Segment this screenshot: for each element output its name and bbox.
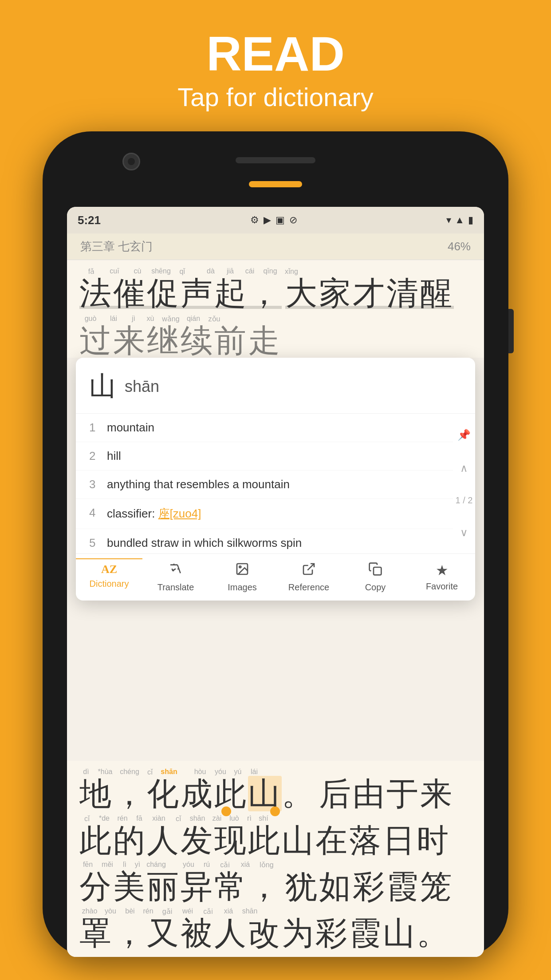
definition-1[interactable]: 1 mountain [76, 414, 453, 442]
status-icons: ⚙ ▶ ▣ ⊘ [250, 214, 297, 226]
definitions-list: 1 mountain 2 hill 3 anything that resemb… [76, 414, 453, 553]
svg-line-2 [307, 564, 314, 570]
chapter-bar: 第三章 七玄门 46% [67, 233, 484, 260]
status-bar: 5:21 ⚙ ▶ ▣ ⊘ ▾ ▲ ▮ [67, 207, 484, 233]
pinyin-line-2: guò lái jì xù wǎng qián zǒu [79, 315, 472, 323]
def-text-1: mountain [107, 421, 440, 435]
hanzi-line-6[interactable]: 罩，又被人改为彩霞山。 [79, 917, 472, 950]
hanzi-line-3[interactable]: 地，化成此山。后由于来 [79, 777, 472, 811]
battery-icon: ▮ [468, 214, 473, 226]
def-text-3: anything that resembles a mountain [107, 478, 440, 491]
wifi-icon: ▾ [446, 214, 451, 226]
settings-icon: ⚙ [250, 214, 259, 226]
translate-icon [169, 562, 183, 580]
header-section: READ Tap for dictionary [177, 0, 374, 131]
page-title: READ [177, 27, 374, 80]
svg-point-1 [239, 566, 241, 568]
def-text-4: classifier: 座[zuo4] [107, 506, 440, 522]
az-icon: AZ [101, 563, 117, 576]
toolbar-dictionary[interactable]: AZ Dictionary [76, 558, 142, 596]
scroll-up-icon[interactable]: ∧ [460, 462, 468, 474]
hanzi-line-4[interactable]: 此的人发现此山在落日时 [79, 824, 472, 858]
signal-icon: ▲ [455, 214, 464, 226]
status-right: ▾ ▲ ▮ [446, 214, 473, 226]
definition-5[interactable]: 5 bundled straw in which silkworms spin [76, 529, 453, 553]
toolbar-favorite-label: Favorite [426, 581, 458, 592]
pinyin-line-1: fǎ cuī cù shēng qǐ dà jiā cái qīng xǐng [79, 267, 472, 276]
pinyin-line-6: zhào yòu bèi rén gǎi wéi cǎi xiá shān [79, 907, 472, 916]
toolbar-copy-label: Copy [365, 582, 386, 593]
phone-speaker [236, 157, 315, 163]
selection-handle-right [270, 806, 280, 816]
toolbar-favorite[interactable]: ★ Favorite [409, 558, 475, 596]
images-icon [235, 562, 249, 580]
play-icon: ▶ [264, 214, 271, 226]
block-icon: ⊘ [289, 214, 297, 226]
pinyin-line-5: fēn měi lì yì cháng yóu rú cǎi xiá lǒng [79, 861, 472, 869]
toolbar-reference-label: Reference [288, 582, 329, 593]
dict-header: 山 shān [76, 358, 475, 414]
dict-character: 山 [89, 368, 116, 404]
toolbar-translate-label: Translate [157, 582, 194, 593]
status-time: 5:21 [78, 213, 101, 227]
toolbar-translate[interactable]: Translate [142, 558, 209, 596]
reading-area-top[interactable]: fǎ cuī cù shēng qǐ dà jiā cái qīng xǐng … [67, 260, 484, 357]
phone-side-button [508, 309, 514, 353]
phone-frame: 5:21 ⚙ ▶ ▣ ⊘ ▾ ▲ ▮ 第三章 七玄门 46% fǎ cuī [43, 131, 508, 957]
pinyin-line-3: dì *hùa chéng cǐ shān hòu yóu yú lái [79, 768, 472, 776]
def-text-5: bundled straw in which silkworms spin [107, 536, 440, 550]
toolbar-dictionary-label: Dictionary [90, 579, 129, 589]
dict-pinyin: shān [125, 377, 159, 396]
copy-icon [368, 562, 382, 580]
selection-handle-left [221, 806, 231, 816]
toolbar-images[interactable]: Images [209, 558, 276, 596]
phone-camera [122, 153, 140, 170]
definitions-container: 1 mountain 2 hill 3 anything that resemb… [76, 414, 475, 553]
svg-rect-3 [374, 567, 381, 575]
dictionary-toolbar: AZ Dictionary Translate [76, 553, 475, 601]
definition-2[interactable]: 2 hill [76, 442, 453, 470]
hanzi-line-5[interactable]: 分美丽异常，犹如彩霞笼 [79, 870, 472, 904]
page-subtitle: Tap for dictionary [177, 80, 374, 114]
definition-3[interactable]: 3 anything that resembles a mountain [76, 470, 453, 499]
pin-icon[interactable]: 📌 [457, 429, 471, 441]
toolbar-copy[interactable]: Copy [342, 558, 409, 596]
phone-home-indicator [249, 181, 302, 187]
chapter-percent: 46% [448, 240, 471, 253]
pagination: 1 / 2 [456, 495, 473, 506]
chapter-title: 第三章 七玄门 [80, 239, 153, 254]
phone-screen: 5:21 ⚙ ▶ ▣ ⊘ ▾ ▲ ▮ 第三章 七玄门 46% fǎ cuī [67, 207, 484, 957]
star-icon: ★ [436, 562, 449, 579]
side-navigation: 📌 ∧ 1 / 2 ∨ [453, 414, 475, 553]
def-text-2: hill [107, 449, 440, 463]
hanzi-line-2[interactable]: 过来继续前走 [79, 324, 472, 358]
reference-icon [302, 562, 316, 580]
reading-area-bottom[interactable]: dì *hùa chéng cǐ shān hòu yóu yú lái 地，化… [67, 761, 484, 957]
sd-icon: ▣ [276, 214, 285, 226]
scroll-down-icon[interactable]: ∨ [460, 526, 468, 539]
toolbar-images-label: Images [228, 582, 257, 593]
toolbar-reference[interactable]: Reference [276, 558, 342, 596]
dictionary-popup: 山 shān 1 mountain 2 hill 3 anyt [76, 358, 475, 601]
hanzi-line-1[interactable]: 法催促声起，大家才清醒 [79, 277, 472, 310]
definition-4[interactable]: 4 classifier: 座[zuo4] [76, 499, 453, 529]
